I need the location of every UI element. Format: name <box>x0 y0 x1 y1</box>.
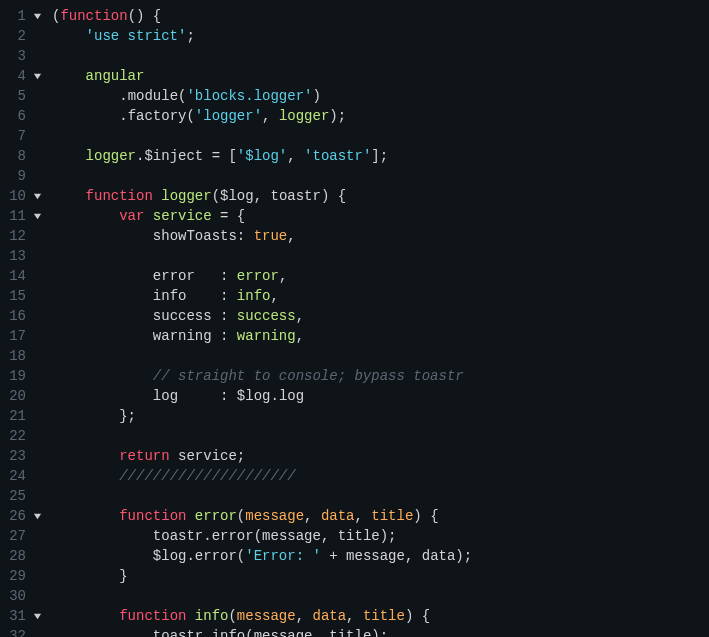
token-default: title <box>338 528 380 544</box>
line-number: 27 <box>8 526 26 546</box>
token-punct: ; <box>237 448 245 464</box>
token-punct: . <box>203 628 211 637</box>
gutter-line: 5 <box>8 86 42 106</box>
line-number: 8 <box>8 146 26 166</box>
token-default <box>52 228 153 244</box>
token-default: module <box>128 88 178 104</box>
token-default: toastr <box>270 188 320 204</box>
line-number: 9 <box>8 166 26 186</box>
token-keyword: function <box>60 8 127 24</box>
token-param: data <box>312 608 346 624</box>
token-default: message <box>254 628 313 637</box>
line-number: 21 <box>8 406 26 426</box>
token-default: message <box>262 528 321 544</box>
token-default <box>52 188 86 204</box>
code-line[interactable]: $log.error('Error: ' + message, data); <box>52 546 709 566</box>
line-number: 18 <box>8 346 26 366</box>
code-area[interactable]: (function() { 'use strict'; angular .mod… <box>46 0 709 637</box>
line-number: 25 <box>8 486 26 506</box>
fold-toggle-icon[interactable] <box>32 612 42 621</box>
token-punct: ( <box>237 548 245 564</box>
token-default: error <box>212 528 254 544</box>
token-default <box>52 28 86 44</box>
token-default <box>52 268 153 284</box>
code-line[interactable]: logger.$inject = ['$log', 'toastr']; <box>52 146 709 166</box>
code-line[interactable]: (function() { <box>52 6 709 26</box>
code-line[interactable]: toastr.info(message, title); <box>52 626 709 637</box>
token-punct: ) { <box>321 188 346 204</box>
token-punct: . <box>270 388 278 404</box>
code-line[interactable]: success : success, <box>52 306 709 326</box>
code-line[interactable]: } <box>52 566 709 586</box>
token-punct: , <box>312 628 329 637</box>
gutter-line: 14 <box>8 266 42 286</box>
code-line[interactable]: .module('blocks.logger') <box>52 86 709 106</box>
code-line[interactable]: // straight to console; bypass toastr <box>52 366 709 386</box>
token-punct: } <box>52 568 128 584</box>
line-number: 12 <box>8 226 26 246</box>
code-line[interactable] <box>52 46 709 66</box>
line-number: 30 <box>8 586 26 606</box>
line-number: 32 <box>8 626 26 637</box>
token-ident-g: warning <box>237 328 296 344</box>
token-punct: , <box>296 328 304 344</box>
code-line[interactable]: var service = { <box>52 206 709 226</box>
token-keyword: function <box>86 188 153 204</box>
code-line[interactable] <box>52 246 709 266</box>
code-line[interactable] <box>52 126 709 146</box>
code-line[interactable] <box>52 486 709 506</box>
gutter-line: 10 <box>8 186 42 206</box>
token-punct: , <box>254 188 271 204</box>
token-param: title <box>363 608 405 624</box>
code-line[interactable] <box>52 166 709 186</box>
token-punct: : <box>212 308 237 324</box>
fold-toggle-icon[interactable] <box>32 192 42 201</box>
token-default: $inject <box>144 148 203 164</box>
token-ident-g: info <box>195 608 229 624</box>
token-default: toastr <box>153 528 203 544</box>
fold-toggle-icon[interactable] <box>32 12 42 21</box>
line-number: 20 <box>8 386 26 406</box>
token-default: message <box>346 548 405 564</box>
code-line[interactable] <box>52 586 709 606</box>
token-punct: , <box>405 548 422 564</box>
code-line[interactable]: function logger($log, toastr) { <box>52 186 709 206</box>
line-number: 2 <box>8 26 26 46</box>
gutter-line: 20 <box>8 386 42 406</box>
code-line[interactable] <box>52 346 709 366</box>
token-keyword: function <box>119 608 186 624</box>
code-line[interactable]: warning : warning, <box>52 326 709 346</box>
token-default <box>52 468 119 484</box>
code-line[interactable]: log : $log.log <box>52 386 709 406</box>
fold-toggle-icon[interactable] <box>32 512 42 521</box>
code-line[interactable]: ///////////////////// <box>52 466 709 486</box>
token-default: data <box>422 548 456 564</box>
code-line[interactable]: return service; <box>52 446 709 466</box>
code-line[interactable]: 'use strict'; <box>52 26 709 46</box>
fold-toggle-icon[interactable] <box>32 72 42 81</box>
code-editor[interactable]: 1234567891011121314151617181920212223242… <box>0 0 709 637</box>
token-punct: , <box>296 608 313 624</box>
token-punct: }; <box>52 408 136 424</box>
token-default: $log <box>237 388 271 404</box>
code-line[interactable]: function error(message, data, title) { <box>52 506 709 526</box>
fold-toggle-icon[interactable] <box>32 212 42 221</box>
token-punct: ); <box>455 548 472 564</box>
code-line[interactable]: angular <box>52 66 709 86</box>
code-line[interactable]: error : error, <box>52 266 709 286</box>
token-punct: + <box>321 548 346 564</box>
code-line[interactable] <box>52 426 709 446</box>
code-line[interactable]: showToasts: true, <box>52 226 709 246</box>
code-line[interactable]: function info(message, data, title) { <box>52 606 709 626</box>
token-ident-g: service <box>153 208 212 224</box>
code-line[interactable]: .factory('logger', logger); <box>52 106 709 126</box>
code-line[interactable]: info : info, <box>52 286 709 306</box>
gutter-line: 15 <box>8 286 42 306</box>
code-line[interactable]: toastr.error(message, title); <box>52 526 709 546</box>
token-string: 'use strict' <box>86 28 187 44</box>
token-default: warning <box>153 328 212 344</box>
code-line[interactable]: }; <box>52 406 709 426</box>
line-number: 14 <box>8 266 26 286</box>
line-number: 1 <box>8 6 26 26</box>
token-punct: ( <box>237 508 245 524</box>
